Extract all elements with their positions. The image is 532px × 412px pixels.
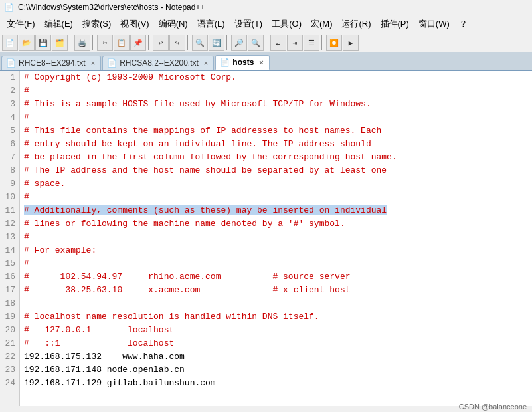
tb-sep1 bbox=[70, 35, 72, 50]
line-number: 6 bbox=[4, 138, 15, 151]
line-number: 24 bbox=[4, 377, 15, 390]
menu-item[interactable]: 设置(T) bbox=[230, 17, 267, 31]
line-number: 14 bbox=[4, 244, 15, 257]
tb-find[interactable]: 🔍 bbox=[192, 35, 208, 51]
line-number: 20 bbox=[4, 324, 15, 337]
code-line: # 102.54.94.97 rhino.acme.com # source s… bbox=[24, 270, 528, 284]
line-number: 10 bbox=[4, 191, 15, 204]
tab-close-btn[interactable]: × bbox=[259, 58, 263, 66]
line-number: 15 bbox=[4, 257, 15, 270]
tab-close-btn[interactable]: × bbox=[91, 59, 95, 67]
line-number: 18 bbox=[4, 297, 15, 310]
tb-sep7 bbox=[321, 35, 324, 50]
tab-label: hosts bbox=[232, 58, 254, 67]
code-line: # This is a sample HOSTS file used by Mi… bbox=[24, 98, 528, 111]
tb-sep4 bbox=[187, 35, 190, 50]
code-line: # 38.25.63.10 x.acme.com # x client host bbox=[24, 284, 528, 297]
tb-sep3 bbox=[148, 35, 151, 50]
tb-redo[interactable]: ↪️ bbox=[169, 35, 185, 51]
app-icon: 📄 bbox=[4, 3, 14, 12]
line-number: 2 bbox=[4, 84, 15, 98]
tb-undo[interactable]: ↩️ bbox=[153, 35, 169, 51]
tab-tab2[interactable]: 📄RHCSA8.2--EX200.txt× bbox=[102, 56, 214, 70]
code-line: # bbox=[24, 191, 528, 204]
code-line: # bbox=[24, 257, 528, 270]
menu-item[interactable]: 文件(F) bbox=[3, 17, 39, 31]
tb-save[interactable]: 💾 bbox=[35, 35, 51, 51]
code-line: # bbox=[24, 84, 528, 98]
code-line bbox=[24, 297, 528, 310]
code-line: # lines or following the machine name de… bbox=[24, 217, 528, 231]
line-number: 22 bbox=[4, 350, 15, 363]
menu-item[interactable]: 语言(L) bbox=[193, 17, 229, 31]
code-line: # localhost name resolution is handled w… bbox=[24, 310, 528, 324]
tb-list[interactable]: ☰ bbox=[304, 35, 319, 51]
tab-label: RHCE8--EX294.txt bbox=[19, 58, 86, 68]
menu-item[interactable]: 窗口(W) bbox=[414, 17, 454, 31]
tb-replace[interactable]: 🔄 bbox=[209, 35, 224, 51]
line-number: 16 bbox=[4, 270, 15, 284]
line-number: 4 bbox=[4, 111, 15, 124]
code-area[interactable]: # Copyright (c) 1993-2009 Microsoft Corp… bbox=[20, 71, 532, 406]
line-number: 7 bbox=[4, 151, 15, 164]
code-line: # bbox=[24, 111, 528, 124]
menu-item[interactable]: 运行(R) bbox=[337, 17, 375, 31]
line-number: 19 bbox=[4, 310, 15, 324]
code-line: # This file contains the mappings of IP … bbox=[24, 124, 528, 138]
tab-label: RHCSA8.2--EX200.txt bbox=[120, 58, 199, 68]
menu-item[interactable]: 编码(N) bbox=[155, 17, 192, 31]
line-number: 23 bbox=[4, 363, 15, 377]
editor[interactable]: 123456789101112131415161718192021222324 … bbox=[0, 71, 532, 406]
menu-bar: 文件(F)编辑(E)搜索(S)视图(V)编码(N)语言(L)设置(T)工具(O)… bbox=[0, 15, 532, 33]
tab-icon: 📄 bbox=[6, 58, 16, 68]
tb-open[interactable]: 📂 bbox=[19, 35, 35, 51]
code-line: # be placed in the first column followed… bbox=[24, 151, 528, 164]
tab-close-btn[interactable]: × bbox=[204, 59, 208, 67]
line-number: 3 bbox=[4, 98, 15, 111]
tb-zoom-out[interactable]: 🔍 bbox=[248, 35, 264, 51]
tb-saveall[interactable]: 🗂️ bbox=[52, 35, 68, 51]
menu-item[interactable]: 工具(O) bbox=[268, 17, 306, 31]
line-number: 13 bbox=[4, 231, 15, 244]
tb-indent[interactable]: ⇥ bbox=[287, 35, 303, 51]
title-text: C:\Windows\System32\drivers\etc\hosts - … bbox=[18, 3, 205, 12]
tab-bar: 📄RHCE8--EX294.txt×📄RHCSA8.2--EX200.txt×📄… bbox=[0, 52, 532, 71]
tb-new[interactable]: 📄 bbox=[2, 35, 18, 51]
code-line: 192.168.171.148 node.openlab.cn bbox=[24, 363, 528, 377]
line-number: 9 bbox=[4, 177, 15, 191]
line-numbers: 123456789101112131415161718192021222324 bbox=[0, 71, 20, 406]
code-line: 192.168.171.129 gitlab.bailunshun.com bbox=[24, 377, 528, 390]
tb-cut[interactable]: ✂️ bbox=[97, 35, 113, 51]
code-line: # Copyright (c) 1993-2009 Microsoft Corp… bbox=[24, 71, 528, 84]
line-number: 11 bbox=[4, 204, 15, 217]
code-line: # The IP address and the host name shoul… bbox=[24, 164, 528, 177]
tab-tab1[interactable]: 📄RHCE8--EX294.txt× bbox=[1, 56, 101, 70]
line-number: 5 bbox=[4, 124, 15, 138]
tb-sep2 bbox=[92, 35, 95, 50]
tb-run[interactable]: ▶️ bbox=[343, 35, 359, 51]
tab-icon: 📄 bbox=[220, 58, 230, 67]
tb-wrap[interactable]: ↵ bbox=[270, 35, 286, 51]
tb-sep6 bbox=[266, 35, 268, 50]
code-line: # entry should be kept on an individual … bbox=[24, 138, 528, 151]
line-number: 21 bbox=[4, 337, 15, 350]
tb-zoom-in[interactable]: 🔎 bbox=[231, 35, 247, 51]
menu-item[interactable]: 搜索(S) bbox=[78, 17, 115, 31]
menu-item[interactable]: 宏(M) bbox=[307, 17, 337, 31]
tab-tab3[interactable]: 📄hosts× bbox=[215, 55, 269, 70]
tb-copy[interactable]: 📋 bbox=[114, 35, 130, 51]
code-line: # bbox=[24, 231, 528, 244]
tb-sep5 bbox=[226, 35, 229, 50]
code-line: # For example: bbox=[24, 244, 528, 257]
code-line: # ::1 localhost bbox=[24, 337, 528, 350]
menu-item[interactable]: 视图(V) bbox=[116, 17, 153, 31]
line-number: 17 bbox=[4, 284, 15, 297]
menu-item[interactable]: ？ bbox=[455, 17, 472, 31]
tb-paste[interactable]: 📌 bbox=[130, 35, 146, 51]
line-number: 1 bbox=[4, 71, 15, 84]
code-line: # Additionally, comments (such as these)… bbox=[24, 204, 528, 217]
menu-item[interactable]: 编辑(E) bbox=[41, 17, 77, 31]
tb-macro[interactable]: ⏺️ bbox=[326, 35, 342, 51]
tb-print[interactable]: 🖨️ bbox=[74, 35, 90, 51]
menu-item[interactable]: 插件(P) bbox=[377, 17, 413, 31]
